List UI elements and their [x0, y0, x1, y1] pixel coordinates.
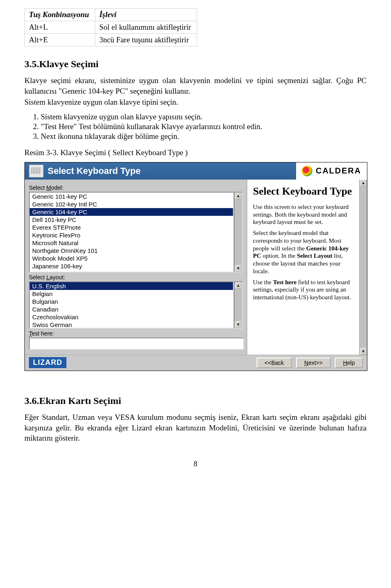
- label-select-layout: Select Layout:: [29, 274, 243, 281]
- scroll-down-icon[interactable]: ▼: [235, 265, 242, 272]
- table-row: Alt+E 3ncü Fare tuşunu aktifleştirir: [25, 34, 197, 46]
- figure-caption: Resim 3-3. Klavye Seçimi ( Sellect Keybo…: [24, 148, 367, 157]
- help-button[interactable]: Help: [335, 358, 363, 368]
- help-frag: Test here: [273, 279, 297, 285]
- list-item: Sistem klavyenize uygun olan klavye yapı…: [41, 112, 367, 121]
- list-item[interactable]: Czechoslovakian: [30, 313, 233, 321]
- cell-func: Sol el kullanımını aktifleştirir: [95, 21, 197, 34]
- back-button[interactable]: <<Back: [257, 358, 292, 368]
- cell-combo: Alt+L: [25, 21, 95, 34]
- list-item: Next ikonuna tıklayarak diğer bölüme geç…: [41, 132, 367, 141]
- help-frag: Use the: [253, 279, 273, 285]
- list-item[interactable]: Everex STEPnote: [30, 224, 233, 231]
- list-item[interactable]: Japanese 106-key: [30, 262, 233, 270]
- help-paragraph: Select the keyboard model that correspon…: [253, 229, 355, 275]
- th-combo: Tuş Konbinasyonu: [25, 9, 95, 21]
- page-number: 8: [24, 460, 367, 468]
- scrollbar[interactable]: ▲ ▼: [359, 180, 367, 355]
- list-item-selected[interactable]: Generic 104-key PC: [30, 208, 233, 216]
- label-select-model: Select Model:: [29, 184, 243, 191]
- scroll-down-icon[interactable]: ▼: [360, 348, 367, 355]
- lbl-frag: odel:: [51, 184, 63, 191]
- section-heading-videocard: 3.6.Ekran Kartı Seçimi: [24, 395, 367, 406]
- document-page: Tuş Konbinasyonu İşlevi Alt+L Sol el kul…: [0, 0, 391, 485]
- lbl-frag: M: [46, 184, 51, 191]
- list-item[interactable]: Swiss German: [30, 321, 233, 329]
- steps-list: Sistem klavyenize uygun olan klavye yapı…: [41, 112, 367, 141]
- lbl-frag: ayout:: [50, 274, 65, 281]
- help-frag: Select Layout: [297, 252, 332, 259]
- scroll-up-icon[interactable]: ▲: [235, 193, 242, 199]
- list-item[interactable]: Bulgarian: [30, 298, 233, 305]
- list-item: "Test Here" Test bölümünü kullanarak Kla…: [41, 122, 367, 131]
- window-titlebar: Select Keyboard Type CALDERA: [25, 162, 367, 180]
- list-item[interactable]: Canadian: [30, 305, 233, 313]
- scrollbar[interactable]: ▲ ▼: [234, 192, 243, 272]
- para-videocard: Eğer Standart, Uzman veya VESA kurulum m…: [24, 412, 367, 443]
- btn-frag: H: [343, 360, 347, 366]
- section-heading-keyboard: 3.5.Klavye Seçimi: [24, 59, 367, 70]
- test-here-input[interactable]: [29, 338, 244, 350]
- window-footer: LIZARD <<Back Next>> Help: [25, 355, 367, 371]
- help-paragraph: Use the Test here field to test keyboard…: [253, 279, 355, 301]
- list-item[interactable]: Generic 101-key PC: [30, 193, 233, 200]
- cell-func: 3ncü Fare tuşunu aktifleştirir: [95, 34, 197, 46]
- lbl-frag: L: [46, 274, 50, 281]
- scroll-up-icon[interactable]: ▲: [235, 282, 242, 289]
- list-item[interactable]: Keytronic FlexPro: [30, 231, 233, 239]
- btn-frag: elp: [347, 360, 355, 366]
- btn-frag: ext>>: [308, 360, 323, 366]
- logo-text: CALDERA: [316, 166, 361, 176]
- lizard-logo: LIZARD: [29, 357, 66, 368]
- th-func: İşlevi: [95, 9, 197, 21]
- list-item[interactable]: Dell 101-key PC: [30, 216, 233, 224]
- table-row: Alt+L Sol el kullanımını aktifleştirir: [25, 21, 197, 34]
- lbl-frag: Select: [29, 274, 46, 281]
- cell-combo: Alt+E: [25, 34, 95, 46]
- list-item[interactable]: Generic 102-key Intl PC: [30, 200, 233, 208]
- layout-listbox[interactable]: U.S. English Belgian Bulgarian Canadian …: [29, 281, 234, 329]
- shortcut-table: Tuş Konbinasyonu İşlevi Alt+L Sol el kul…: [24, 8, 197, 46]
- lbl-frag: est here:: [32, 330, 54, 337]
- list-item[interactable]: Microsoft Natural: [30, 239, 233, 247]
- help-frag: option. In the: [261, 252, 297, 259]
- window-title: Select Keyboard Type: [48, 166, 296, 176]
- help-paragraph: Use this screen to select your keyboard …: [253, 203, 355, 226]
- help-pane: ▲ ▼ Select Keyboard Type Use this screen…: [247, 180, 367, 355]
- lbl-frag: Select: [29, 184, 46, 191]
- para-keyboard-intro2: Sistem klavyenize uygun olan klavye tipi…: [24, 97, 367, 108]
- scroll-down-icon[interactable]: ▼: [235, 321, 242, 328]
- next-button[interactable]: Next>>: [296, 358, 331, 368]
- screenshot-select-keyboard: Select Keyboard Type CALDERA Select Mode…: [24, 162, 367, 371]
- left-pane: Select Model: Generic 101-key PC Generic…: [25, 180, 247, 355]
- btn-frag: N: [304, 360, 308, 366]
- label-test-here: Test here:: [29, 330, 243, 337]
- list-item-selected[interactable]: U.S. English: [30, 282, 233, 290]
- scrollbar[interactable]: ▲ ▼: [234, 281, 243, 329]
- para-keyboard-intro: Klavye seçimi ekranı, sisteminize uygun …: [24, 75, 367, 96]
- list-item[interactable]: Belgian: [30, 290, 233, 298]
- caldera-swirl-icon: [302, 166, 312, 176]
- caldera-logo: CALDERA: [296, 162, 367, 180]
- model-listbox[interactable]: Generic 101-key PC Generic 102-key Intl …: [29, 192, 234, 272]
- help-title: Select Keyboard Type: [253, 185, 355, 197]
- keyboard-icon: [29, 165, 44, 178]
- list-item[interactable]: Northgate OmniKey 101: [30, 247, 233, 255]
- scroll-up-icon[interactable]: ▲: [360, 180, 367, 186]
- lbl-frag: T: [29, 330, 32, 337]
- list-item[interactable]: Winbook Model XP5: [30, 255, 233, 262]
